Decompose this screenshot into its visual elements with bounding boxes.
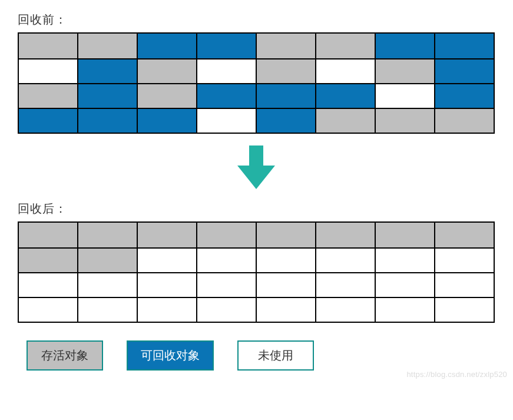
grid-row <box>19 108 494 133</box>
grid-cell-unus <box>256 298 315 322</box>
grid-cell-surv <box>256 223 315 247</box>
grid-cell-recy <box>19 109 77 133</box>
legend-survive: 存活对象 <box>27 340 103 371</box>
grid-cell-unus <box>137 249 196 272</box>
grid-cell-unus <box>196 273 256 297</box>
before-title: 回收前： <box>18 12 495 28</box>
grid-cell-unus <box>434 249 494 272</box>
grid-cell-unus <box>315 59 375 83</box>
grid-cell-surv <box>434 109 494 133</box>
grid-cell-recy <box>434 84 494 108</box>
legend-unused: 未使用 <box>237 340 314 371</box>
grid-row <box>19 247 494 272</box>
grid-cell-recy <box>315 84 375 108</box>
grid-cell-surv <box>19 223 77 247</box>
grid-cell-surv <box>137 59 196 83</box>
grid-row <box>19 297 494 322</box>
grid-cell-recy <box>256 109 315 133</box>
legend: 存活对象 可回收对象 未使用 <box>27 340 495 371</box>
grid-row <box>19 34 494 58</box>
arrow-down <box>18 144 495 190</box>
grid-cell-surv <box>137 223 196 247</box>
grid-cell-surv <box>434 223 494 247</box>
grid-row <box>19 83 494 108</box>
grid-cell-surv <box>19 34 77 58</box>
grid-cell-unus <box>196 59 256 83</box>
grid-cell-unus <box>196 109 256 133</box>
grid-cell-unus <box>137 273 196 297</box>
grid-cell-unus <box>375 273 434 297</box>
grid-cell-recy <box>434 34 494 58</box>
grid-cell-surv <box>77 34 137 58</box>
grid-cell-surv <box>137 84 196 108</box>
grid-cell-surv <box>375 109 434 133</box>
grid-cell-recy <box>375 34 434 58</box>
grid-cell-recy <box>77 59 137 83</box>
grid-row <box>19 223 494 247</box>
grid-cell-unus <box>434 298 494 322</box>
grid-cell-unus <box>315 298 375 322</box>
grid-cell-surv <box>77 223 137 247</box>
grid-cell-unus <box>375 249 434 272</box>
svg-marker-0 <box>237 145 275 189</box>
grid-cell-recy <box>196 84 256 108</box>
legend-recycle: 可回收对象 <box>127 340 214 371</box>
grid-cell-unus <box>19 59 77 83</box>
grid-row <box>19 272 494 297</box>
grid-cell-unus <box>196 249 256 272</box>
grid-cell-unus <box>77 273 137 297</box>
grid-cell-unus <box>375 84 434 108</box>
grid-cell-recy <box>196 34 256 58</box>
watermark: https://blog.csdn.net/zxlp520 <box>406 370 507 379</box>
grid-cell-unus <box>196 298 256 322</box>
grid-cell-unus <box>315 273 375 297</box>
grid-cell-surv <box>256 59 315 83</box>
after-title: 回收后： <box>18 201 495 217</box>
grid-cell-unus <box>19 273 77 297</box>
grid-cell-surv <box>19 249 77 272</box>
grid-cell-recy <box>434 59 494 83</box>
before-grid <box>18 32 495 134</box>
grid-cell-unus <box>77 298 137 322</box>
grid-cell-surv <box>315 223 375 247</box>
grid-cell-surv <box>196 223 256 247</box>
grid-cell-unus <box>434 273 494 297</box>
after-grid <box>18 221 495 323</box>
grid-cell-unus <box>19 298 77 322</box>
grid-cell-surv <box>375 223 434 247</box>
grid-cell-surv <box>375 59 434 83</box>
grid-cell-unus <box>137 298 196 322</box>
grid-cell-recy <box>77 84 137 108</box>
grid-cell-surv <box>256 34 315 58</box>
grid-cell-recy <box>256 84 315 108</box>
grid-cell-surv <box>77 249 137 272</box>
grid-cell-unus <box>375 298 434 322</box>
grid-cell-unus <box>256 249 315 272</box>
grid-cell-unus <box>256 273 315 297</box>
grid-cell-recy <box>77 109 137 133</box>
grid-cell-unus <box>315 249 375 272</box>
grid-cell-recy <box>137 109 196 133</box>
grid-cell-surv <box>315 109 375 133</box>
grid-row <box>19 58 494 83</box>
grid-cell-recy <box>137 34 196 58</box>
grid-cell-surv <box>315 34 375 58</box>
grid-cell-surv <box>19 84 77 108</box>
arrow-down-icon <box>235 144 277 190</box>
